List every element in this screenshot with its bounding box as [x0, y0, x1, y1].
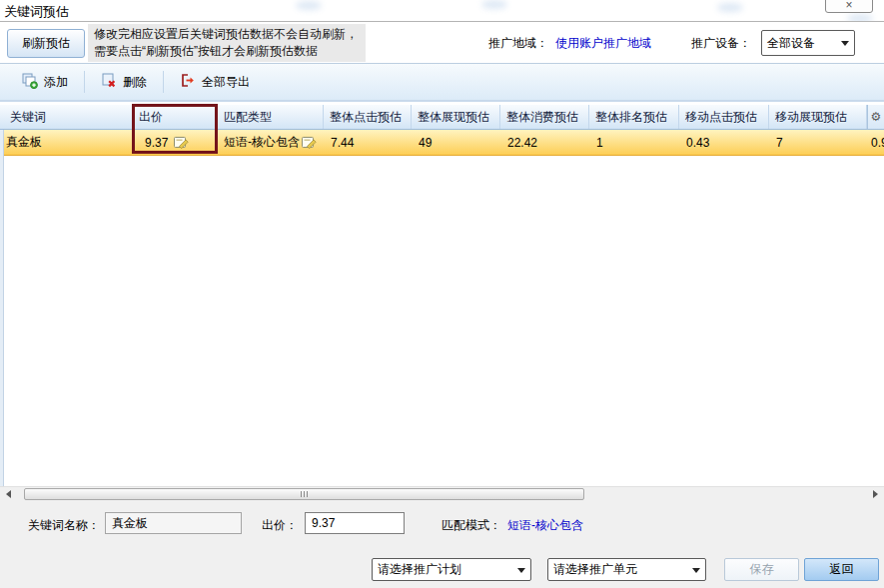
arrow-right-icon — [873, 490, 878, 498]
cell-overall-clicks: 7.44 — [324, 130, 412, 155]
col-label: 关键词 — [10, 109, 46, 126]
cell-value: 7.44 — [331, 136, 354, 150]
keyword-name-label: 关键词名称： — [28, 517, 100, 534]
grip-icon — [304, 491, 305, 497]
grip-icon — [301, 491, 302, 497]
col-label: 匹配类型 — [224, 109, 272, 126]
save-button[interactable]: 保存 — [724, 558, 799, 581]
match-mode-link[interactable]: 短语-核心包含 — [507, 517, 583, 534]
plan-select[interactable]: 请选择推广计划 — [372, 558, 531, 581]
back-button[interactable]: 返回 — [804, 558, 879, 581]
cell-overall-cost: 22.42 — [500, 130, 589, 155]
cell-value: 短语-核心包含 — [224, 134, 300, 151]
export-all-label: 全部导出 — [202, 74, 250, 91]
cell-value: 1 — [596, 136, 603, 150]
cell-value: 7 — [776, 136, 783, 150]
edit-match-type-icon[interactable] — [302, 136, 317, 149]
cell-overall-rank: 1 — [589, 130, 679, 155]
cell-value: 49 — [419, 136, 432, 150]
arrow-left-icon — [6, 490, 11, 498]
col-label: 移动点击预估 — [685, 109, 757, 126]
edit-bid-icon[interactable] — [174, 136, 189, 149]
toolbar-separator — [84, 71, 85, 93]
bid-label: 出价： — [262, 517, 298, 534]
col-label: 出价 — [139, 109, 163, 126]
unit-select-value: 请选择推广单元 — [553, 561, 637, 578]
plan-select-value: 请选择推广计划 — [378, 561, 461, 578]
cell-mobile-cost: 0.9 — [867, 130, 884, 155]
chevron-down-icon — [841, 41, 849, 46]
delete-label: 删除 — [123, 74, 147, 91]
table-header-row: 关键词 出价 匹配类型 整体点击预估 整体展现预估 整体消费预估 整体排名预估 … — [0, 105, 884, 130]
keyword-name-value: 真金板 — [112, 515, 148, 532]
col-header-keyword[interactable]: 关键词 — [4, 105, 133, 129]
region-label: 推广地域： — [488, 35, 548, 52]
scrollbar-thumb[interactable] — [24, 488, 584, 500]
keyword-estimate-dialog: 关键词预估 × 刷新预估 修改完相应设置后关键词预估数据不会自动刷新， 需要点击… — [0, 0, 884, 588]
region-link[interactable]: 使用账户推广地域 — [555, 35, 651, 52]
horizontal-scrollbar[interactable] — [0, 486, 884, 500]
bid-input[interactable]: 9.37 — [305, 512, 405, 534]
chevron-down-icon — [692, 568, 700, 573]
refresh-estimate-label: 刷新预估 — [22, 35, 70, 52]
keyword-table: 关键词 出价 匹配类型 整体点击预估 整体展现预估 整体消费预估 整体排名预估 … — [0, 101, 884, 486]
settings-bar: 刷新预估 修改完相应设置后关键词预估数据不会自动刷新， 需要点击“刷新预估”按钮… — [0, 21, 884, 64]
col-header-overall-rank[interactable]: 整体排名预估 — [589, 105, 679, 129]
cell-value: 真金板 — [6, 134, 42, 151]
notice-line-2: 需要点击“刷新预估”按钮才会刷新预估数据 — [94, 43, 360, 60]
grip-icon — [307, 491, 308, 497]
col-header-mobile-impressions[interactable]: 移动展现预估 — [769, 105, 867, 129]
close-icon[interactable]: × — [825, 0, 873, 13]
cell-match-type: 短语-核心包含 — [218, 130, 324, 155]
back-label: 返回 — [830, 561, 854, 578]
add-button[interactable]: 添加 — [14, 69, 76, 96]
col-header-overall-clicks[interactable]: 整体点击预估 — [324, 105, 412, 129]
col-label: 移动展现预估 — [775, 109, 847, 126]
device-select-value: 全部设备 — [767, 35, 815, 52]
column-settings-button[interactable]: ⚙ — [867, 105, 884, 129]
cell-bid: 9.37 — [133, 130, 218, 155]
cell-mobile-impressions: 7 — [769, 130, 867, 155]
col-header-overall-cost[interactable]: 整体消费预估 — [500, 105, 589, 129]
device-label: 推广设备： — [691, 35, 751, 52]
refresh-estimate-button[interactable]: 刷新预估 — [7, 29, 85, 58]
col-label: 整体点击预估 — [330, 109, 402, 126]
cell-keyword: 真金板 — [6, 130, 133, 155]
dialog-title: 关键词预估 — [4, 3, 69, 21]
bid-value: 9.37 — [312, 516, 335, 530]
gear-icon: ⚙ — [871, 110, 882, 124]
col-label: 整体展现预估 — [418, 109, 489, 126]
toolbar-separator — [163, 71, 164, 93]
chevron-down-icon — [517, 568, 525, 573]
col-header-match-type[interactable]: 匹配类型 — [218, 105, 324, 129]
export-all-button[interactable]: 全部导出 — [172, 69, 258, 95]
table-toolbar: 添加 删除 全部导出 — [0, 64, 884, 101]
notice-line-1: 修改完相应设置后关键词预估数据不会自动刷新， — [94, 26, 360, 43]
col-header-mobile-clicks[interactable]: 移动点击预估 — [679, 105, 769, 129]
background-artifact — [481, 0, 507, 9]
col-header-overall-impressions[interactable]: 整体展现预估 — [412, 105, 500, 129]
cell-value: 0.43 — [686, 136, 709, 150]
table-row[interactable]: 真金板 9.37 短语-核心包含 — [4, 130, 884, 156]
cell-value: 9.37 — [145, 136, 168, 150]
refresh-notice: 修改完相应设置后关键词预估数据不会自动刷新， 需要点击“刷新预估”按钮才会刷新预… — [88, 24, 366, 62]
delete-button[interactable]: 删除 — [93, 69, 155, 96]
background-artifact — [296, 1, 322, 10]
scroll-left-button[interactable] — [2, 488, 15, 500]
col-header-bid[interactable]: 出价 — [133, 105, 218, 129]
match-mode-label: 匹配模式： — [442, 517, 501, 534]
scroll-right-button[interactable] — [869, 488, 882, 500]
save-label: 保存 — [750, 561, 774, 578]
edit-panel: 关键词名称： 真金板 出价： 9.37 匹配模式： 短语-核心包含 请选择推广计… — [0, 500, 884, 588]
col-label: 整体消费预估 — [506, 109, 578, 126]
add-icon — [22, 73, 38, 92]
unit-select[interactable]: 请选择推广单元 — [547, 558, 706, 581]
keyword-name-input[interactable]: 真金板 — [105, 512, 242, 534]
cell-value: 22.42 — [507, 136, 537, 150]
device-select[interactable]: 全部设备 — [761, 30, 855, 56]
cell-value: 0.9 — [871, 136, 884, 150]
background-artifact — [717, 3, 743, 12]
add-label: 添加 — [44, 74, 68, 91]
row-selector-strip — [0, 105, 4, 487]
cell-mobile-clicks: 0.43 — [679, 130, 769, 155]
